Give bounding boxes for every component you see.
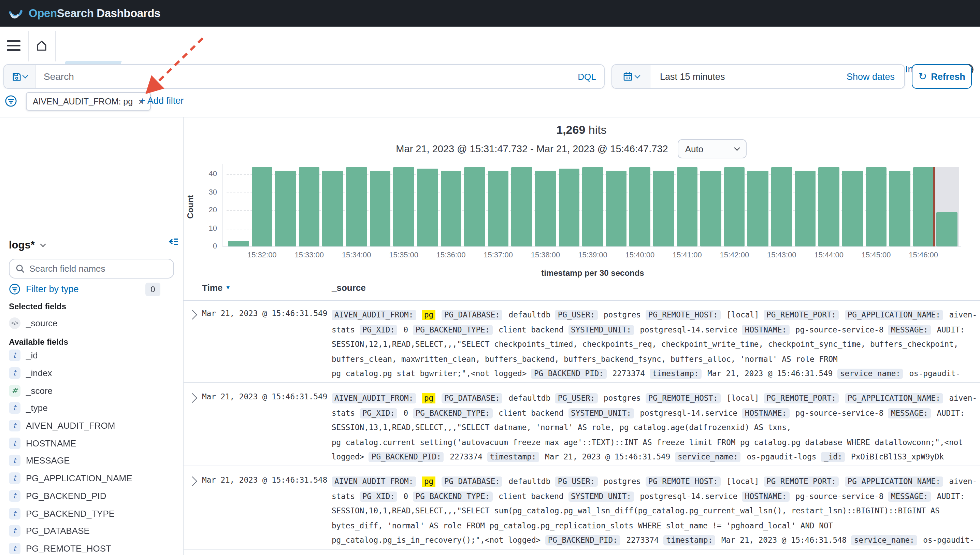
histogram-bar[interactable] — [228, 241, 249, 247]
field-badge: PG_BACKEND_PID: — [531, 369, 606, 379]
row-source-cell: AIVEN_AUDIT_FROM: pg PG_DATABASE: defaul… — [331, 308, 978, 382]
saved-query-menu-button[interactable] — [4, 65, 35, 88]
histogram-bar[interactable] — [866, 167, 887, 247]
field-badge: PG_REMOTE_HOST: — [645, 310, 721, 320]
field-item-AIVEN_AUDIT_FROM[interactable]: tAIVEN_AUDIT_FROM — [0, 417, 183, 435]
sort-desc-icon[interactable]: ▼ — [225, 285, 231, 291]
histogram-bar[interactable] — [701, 171, 721, 247]
field-type-string-icon: t — [9, 403, 21, 414]
x-tick-label: 15:39:00 — [565, 250, 620, 259]
interval-select[interactable]: Auto — [678, 139, 746, 158]
histogram-bar[interactable] — [346, 167, 367, 247]
histogram-bar[interactable] — [606, 171, 627, 247]
histogram-bar[interactable] — [417, 169, 438, 247]
histogram-bar[interactable] — [511, 167, 532, 247]
query-language-button[interactable]: DQL — [570, 65, 604, 88]
filter-by-type-button[interactable]: Filter by type — [9, 283, 79, 295]
x-tick-label: 15:36:00 — [424, 250, 479, 259]
field-item-_id[interactable]: t_id — [0, 347, 183, 364]
menu-icon[interactable] — [7, 40, 21, 51]
field-item-_score[interactable]: #_score — [0, 382, 183, 399]
field-item-PG_DATABASE[interactable]: tPG_DATABASE — [0, 522, 183, 540]
field-name: _score — [26, 385, 53, 396]
column-header-time[interactable]: Time▼ — [202, 282, 231, 293]
refresh-button[interactable]: ↻ Refresh — [912, 64, 972, 89]
histogram-bar[interactable] — [795, 171, 815, 247]
histogram-bar[interactable] — [370, 171, 391, 247]
field-badge: PG_DATABASE: — [442, 310, 503, 320]
time-range-value[interactable]: Last 15 minutes — [650, 65, 847, 88]
histogram-bar[interactable] — [582, 167, 603, 247]
field-badge: _id: — [821, 452, 845, 462]
histogram-bar[interactable] — [464, 167, 485, 247]
histogram-bar[interactable] — [251, 167, 272, 247]
field-name: PG_APPLICATION_NAME — [26, 473, 132, 483]
selected-fields-heading: Selected fields — [9, 302, 66, 311]
histogram-bar[interactable] — [842, 171, 863, 247]
histogram-bar[interactable] — [724, 167, 745, 247]
field-item-PG_REMOTE_HOST[interactable]: tPG_REMOTE_HOST — [0, 540, 183, 555]
field-item-PG_BACKEND_PID[interactable]: tPG_BACKEND_PID — [0, 487, 183, 504]
histogram-bar[interactable] — [653, 171, 674, 247]
opensearch-logo[interactable]: OpenSearch Dashboards — [8, 6, 160, 21]
histogram-bar[interactable] — [771, 167, 792, 247]
row-source-cell: AIVEN_AUDIT_FROM: pg PG_DATABASE: defaul… — [331, 475, 978, 548]
search-input[interactable] — [35, 65, 570, 88]
field-item-MESSAGE[interactable]: tMESSAGE — [0, 452, 183, 469]
field-name: PG_BACKEND_TYPE — [26, 508, 115, 518]
date-quick-select-button[interactable] — [612, 65, 650, 88]
histogram-bar[interactable] — [818, 167, 839, 247]
histogram-bar[interactable] — [275, 171, 296, 247]
expand-row-icon[interactable] — [188, 310, 197, 319]
histogram-bar[interactable] — [629, 167, 650, 247]
expand-row-icon[interactable] — [188, 393, 197, 403]
query-bar: DQL — [3, 64, 605, 89]
histogram-bar[interactable] — [559, 169, 580, 247]
histogram-bar[interactable] — [394, 167, 414, 247]
x-tick-label: 15:33:00 — [282, 250, 336, 259]
histogram-bar[interactable] — [299, 167, 320, 247]
brand-text: OpenSearch Dashboards — [29, 7, 160, 20]
field-item-_type[interactable]: t_type — [0, 399, 183, 417]
field-badge: PG_XID: — [360, 491, 397, 501]
field-search-input[interactable] — [29, 263, 167, 274]
highlight: pg — [422, 476, 436, 487]
field-item-_source[interactable]: </>_source — [0, 315, 183, 332]
field-item-_index[interactable]: t_index — [0, 364, 183, 382]
index-pattern-selector[interactable]: logs* — [9, 239, 45, 251]
collapse-sidebar-icon[interactable] — [168, 237, 179, 247]
histogram-bar[interactable] — [535, 171, 556, 247]
opensearch-dashboards-app: OpenSearch Dashboards Discover NewSaveOp… — [0, 0, 980, 555]
histogram-bar[interactable] — [937, 212, 958, 247]
field-item-PG_BACKEND_TYPE[interactable]: tPG_BACKEND_TYPE — [0, 504, 183, 522]
histogram-bar[interactable] — [677, 167, 697, 247]
field-type-string-icon: t — [9, 455, 21, 467]
histogram-bar[interactable] — [322, 171, 343, 247]
column-header-source: _source — [331, 282, 366, 293]
expand-row-icon[interactable] — [188, 476, 197, 486]
field-badge: PG_APPLICATION_NAME: — [845, 393, 943, 403]
field-badge: HOSTNAME: — [742, 491, 789, 501]
show-dates-button[interactable]: Show dates — [847, 65, 904, 88]
table-row: Mar 21, 2023 @ 15:46:31.549AIVEN_AUDIT_F… — [183, 305, 980, 383]
filter-menu-icon[interactable] — [5, 95, 17, 107]
histogram-bar[interactable] — [889, 171, 910, 247]
y-tick-label: 30 — [198, 188, 217, 196]
active-filter-pill[interactable]: AIVEN_AUDIT_FROM: pg × — [26, 92, 151, 111]
field-type-string-icon: t — [9, 350, 21, 361]
field-item-PG_APPLICATION_NAME[interactable]: tPG_APPLICATION_NAME — [0, 470, 183, 487]
x-tick-label: 15:41:00 — [660, 250, 714, 259]
home-icon[interactable] — [35, 39, 48, 53]
add-filter-button[interactable]: + Add filter — [140, 96, 184, 106]
histogram-bar[interactable] — [440, 171, 461, 247]
histogram-bar[interactable] — [488, 171, 508, 247]
histogram — [227, 164, 959, 247]
field-item-HOSTNAME[interactable]: tHOSTNAME — [0, 435, 183, 452]
date-picker: Last 15 minutes Show dates — [612, 64, 905, 89]
available-fields-heading: Available fields — [9, 337, 68, 347]
histogram-bar[interactable] — [748, 171, 769, 247]
histogram-bar[interactable] — [913, 167, 934, 247]
field-type-string-icon: t — [9, 438, 21, 449]
field-name: HOSTNAME — [26, 438, 76, 449]
field-badge: MESSAGE: — [888, 408, 931, 418]
